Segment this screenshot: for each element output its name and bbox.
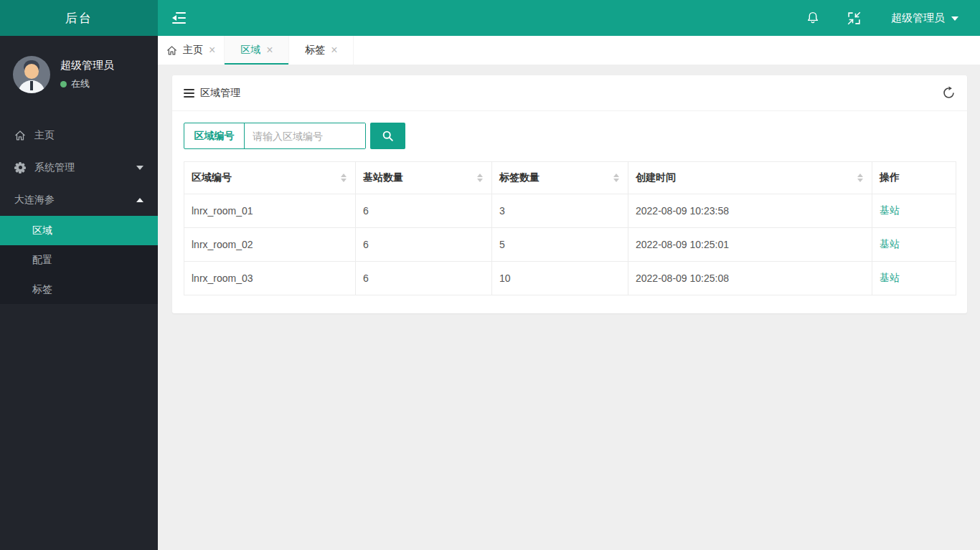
cell-tag-count: 5 [492, 228, 628, 262]
sort-icon [857, 174, 863, 182]
online-status-label: 在线 [71, 77, 90, 90]
home-icon [166, 45, 177, 56]
column-header-actions: 操作 [872, 162, 956, 194]
card-header: 区域管理 [172, 75, 967, 111]
main-content: 区域管理 区域编号 [158, 65, 980, 550]
station-action-link[interactable]: 基站 [880, 272, 900, 283]
sidebar-subitem-label: 区域 [32, 224, 52, 237]
close-icon[interactable]: × [331, 44, 337, 56]
close-icon[interactable]: × [266, 44, 273, 56]
sidebar-subitem-label: 配置 [32, 254, 52, 267]
cell-created-at: 2022-08-09 10:25:01 [628, 228, 872, 262]
cell-area-id: lnrx_room_03 [184, 262, 356, 295]
app-logo: 后台 [0, 0, 158, 36]
sidebar-item-label: 系统管理 [34, 161, 75, 174]
sidebar-nav: 主页 系统管理 大连海参 区域 配置 标签 [0, 119, 158, 304]
sidebar-toggle-icon[interactable] [172, 12, 187, 24]
sidebar-submenu: 区域 配置 标签 [0, 216, 158, 304]
table-row: lnrx_room_03 6 10 2022-08-09 10:25:08 基站 [184, 262, 956, 295]
tab-label: 主页 [183, 44, 203, 57]
avatar [13, 56, 50, 93]
search-button[interactable] [370, 123, 405, 149]
area-table: 区域编号 基站数量 标签数量 创建时间 [184, 161, 956, 295]
sidebar-user-name: 超级管理员 [60, 59, 114, 72]
cell-tag-count: 3 [492, 194, 628, 228]
sidebar-subitem-config[interactable]: 配置 [0, 245, 158, 275]
sidebar-item-system-management[interactable]: 系统管理 [0, 151, 158, 184]
sidebar-item-label: 主页 [34, 129, 55, 142]
list-icon [184, 89, 194, 98]
sidebar-item-home[interactable]: 主页 [0, 119, 158, 151]
cell-tag-count: 10 [492, 262, 628, 295]
tabbar: 主页 × 区域 × 标签 × [158, 36, 980, 65]
refresh-icon[interactable] [942, 86, 956, 100]
search-icon [382, 130, 394, 142]
tab-home[interactable]: 主页 × [158, 36, 225, 65]
topbar-username: 超级管理员 [891, 11, 945, 25]
sidebar-subitem-tag[interactable]: 标签 [0, 275, 158, 304]
sidebar-subitem-label: 标签 [32, 283, 52, 296]
fullscreen-compress-icon[interactable] [847, 11, 861, 25]
cell-created-at: 2022-08-09 10:23:58 [628, 194, 872, 228]
tab-label: 标签 [305, 44, 325, 57]
table-row: lnrx_room_02 6 5 2022-08-09 10:25:01 基站 [184, 228, 956, 262]
topbar: 后台 超级管理员 [0, 0, 980, 36]
chevron-up-icon [136, 198, 143, 202]
chevron-down-icon [951, 16, 958, 21]
cell-station-count: 6 [356, 262, 492, 295]
cell-area-id: lnrx_room_02 [184, 228, 356, 262]
station-action-link[interactable]: 基站 [880, 238, 900, 250]
gear-icon [14, 162, 26, 174]
sidebar-user-status: 在线 [60, 77, 114, 90]
station-action-link[interactable]: 基站 [880, 204, 900, 216]
sort-icon [477, 174, 483, 182]
cell-station-count: 6 [356, 194, 492, 228]
table-row: lnrx_room_01 6 3 2022-08-09 10:23:58 基站 [184, 194, 956, 228]
cell-created-at: 2022-08-09 10:25:08 [628, 262, 872, 295]
search-row: 区域编号 [184, 123, 956, 149]
topbar-main: 超级管理员 [158, 0, 980, 36]
cell-area-id: lnrx_room_01 [184, 194, 356, 228]
user-menu-dropdown[interactable]: 超级管理员 [891, 11, 958, 25]
search-group: 区域编号 [184, 123, 366, 149]
tab-area[interactable]: 区域 × [225, 36, 289, 65]
sidebar: 超级管理员 在线 主页 系统管理 大连海参 区域 [0, 36, 158, 550]
sort-icon [613, 174, 619, 182]
home-icon [14, 130, 26, 141]
column-header-area-id[interactable]: 区域编号 [184, 162, 356, 194]
cell-station-count: 6 [356, 228, 492, 262]
notifications-bell-icon[interactable] [806, 11, 820, 25]
column-header-created-at[interactable]: 创建时间 [628, 162, 872, 194]
column-header-tag-count[interactable]: 标签数量 [492, 162, 628, 194]
sidebar-subitem-area[interactable]: 区域 [0, 216, 158, 245]
tab-label: 区域 [240, 44, 260, 57]
tab-tag[interactable]: 标签 × [289, 36, 354, 65]
online-status-dot [60, 81, 67, 87]
table-header-row: 区域编号 基站数量 标签数量 创建时间 [184, 162, 956, 194]
search-field-label: 区域编号 [184, 123, 245, 148]
sort-icon [341, 174, 347, 182]
chevron-down-icon [136, 166, 143, 170]
search-input[interactable] [245, 123, 365, 148]
close-icon[interactable]: × [209, 44, 215, 56]
sidebar-item-dalian-haishen[interactable]: 大连海参 [0, 184, 158, 216]
area-management-card: 区域管理 区域编号 [172, 75, 967, 313]
sidebar-user-card: 超级管理员 在线 [0, 36, 158, 100]
page-title: 区域管理 [200, 87, 240, 100]
sidebar-item-label: 大连海参 [14, 194, 55, 207]
card-body: 区域编号 区域编号 [172, 111, 967, 313]
column-header-station-count[interactable]: 基站数量 [356, 162, 492, 194]
